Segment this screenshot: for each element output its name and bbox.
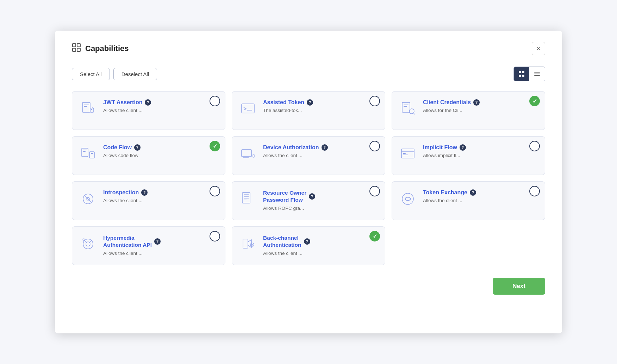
- card-content: Code Flow ? Allows code flow: [103, 144, 217, 158]
- toolbar: Select All Deselect All: [72, 67, 545, 81]
- card-title: Code Flow: [103, 144, 132, 151]
- card-content: Assisted Token ? The assisted-tok...: [263, 99, 377, 113]
- card-title-row: Token Exchange ?: [423, 189, 537, 196]
- view-toggle: [513, 67, 545, 81]
- cards-grid: JWT Assertion ? Allows the client ... As…: [72, 91, 545, 265]
- card-resource-owner[interactable]: Resource OwnerPassword Flow ? Allows ROP…: [232, 181, 385, 220]
- modal-header: Capabilities ×: [72, 42, 545, 55]
- help-icon[interactable]: ?: [322, 144, 328, 151]
- card-content: Client Credentials ? Allows for the Cli.…: [423, 99, 537, 113]
- card-title-row: Code Flow ?: [103, 144, 217, 151]
- card-content: Introspection ? Allows the client ...: [103, 189, 217, 203]
- help-icon[interactable]: ?: [141, 189, 148, 196]
- card-select-circle[interactable]: [369, 96, 380, 106]
- card-title-row: Device Authorization ?: [263, 144, 377, 151]
- card-select-circle[interactable]: ✓: [529, 96, 540, 106]
- help-icon[interactable]: ?: [154, 238, 161, 245]
- card-select-circle[interactable]: ✓: [369, 231, 380, 241]
- card-introspection[interactable]: Introspection ? Allows the client ...: [72, 181, 225, 220]
- card-icon-implicit: [398, 144, 417, 163]
- deselect-all-button[interactable]: Deselect All: [113, 68, 157, 80]
- svg-line-23: [413, 113, 415, 114]
- close-button[interactable]: ×: [532, 42, 545, 55]
- svg-rect-24: [82, 148, 88, 157]
- footer: Next: [72, 278, 545, 295]
- card-select-circle[interactable]: ✓: [210, 141, 220, 151]
- card-description: Allows the client ...: [103, 198, 217, 203]
- card-description: Allows code flow: [103, 153, 217, 158]
- modal-title-row: Capabilities: [72, 43, 129, 54]
- svg-line-38: [85, 196, 91, 202]
- card-title-row: Implicit Flow ?: [423, 144, 537, 151]
- svg-rect-8: [534, 72, 540, 73]
- card-assisted-token[interactable]: Assisted Token ? The assisted-tok...: [232, 91, 385, 130]
- svg-rect-6: [519, 75, 521, 77]
- svg-rect-40: [242, 193, 250, 203]
- svg-rect-25: [89, 152, 94, 158]
- svg-rect-14: [90, 108, 94, 112]
- card-title: Resource OwnerPassword Flow: [263, 189, 306, 203]
- grid-view-button[interactable]: [514, 67, 529, 81]
- card-title-row: Introspection ?: [103, 189, 217, 196]
- help-icon[interactable]: ?: [304, 238, 310, 245]
- svg-point-45: [402, 193, 413, 205]
- card-description: Allows the client ...: [263, 251, 377, 256]
- next-button[interactable]: Next: [493, 278, 545, 295]
- card-select-circle[interactable]: [210, 186, 220, 196]
- svg-rect-19: [402, 102, 410, 112]
- card-token-exchange[interactable]: Token Exchange ? Allows the client ...: [392, 181, 545, 220]
- card-select-circle[interactable]: [369, 141, 380, 151]
- svg-rect-4: [519, 71, 521, 73]
- card-client-credentials[interactable]: Client Credentials ? Allows for the Cli.…: [392, 91, 545, 130]
- card-icon-codeflow: [79, 144, 98, 163]
- svg-rect-7: [522, 75, 524, 77]
- card-icon-jwt: [79, 99, 98, 118]
- help-icon[interactable]: ?: [309, 193, 315, 200]
- help-icon[interactable]: ?: [470, 189, 476, 196]
- card-icon-credentials: [398, 99, 417, 118]
- svg-rect-15: [91, 109, 92, 110]
- help-icon[interactable]: ?: [473, 99, 480, 106]
- card-title-row: Back-channelAuthentication ?: [263, 234, 377, 249]
- check-mark: ✓: [213, 143, 217, 150]
- card-description: Allows the client ...: [103, 108, 217, 113]
- card-select-circle[interactable]: [529, 141, 540, 151]
- card-title: Assisted Token: [263, 99, 304, 106]
- svg-rect-28: [91, 153, 93, 154]
- svg-rect-11: [82, 102, 90, 112]
- card-implicit-flow[interactable]: Implicit Flow ? Allows implicit fl...: [392, 136, 545, 175]
- card-code-flow[interactable]: Code Flow ? Allows code flow ✓: [72, 136, 225, 175]
- card-select-circle[interactable]: [210, 231, 220, 241]
- card-content: Back-channelAuthentication ? Allows the …: [263, 234, 377, 256]
- card-icon-terminal: [238, 99, 257, 118]
- card-title: HypermediaAuthentication API: [103, 234, 152, 249]
- svg-rect-29: [242, 150, 251, 157]
- card-jwt-assertion[interactable]: JWT Assertion ? Allows the client ...: [72, 91, 225, 130]
- select-all-button[interactable]: Select All: [72, 68, 110, 80]
- svg-point-52: [250, 243, 254, 246]
- help-icon[interactable]: ?: [307, 99, 313, 106]
- card-description: Allows the client ...: [263, 153, 377, 158]
- card-icon-hypermedia: [79, 234, 98, 253]
- svg-rect-21: [404, 106, 407, 107]
- capabilities-modal: Capabilities × Select All Deselect All: [55, 31, 562, 333]
- list-view-button[interactable]: [529, 67, 545, 81]
- svg-rect-31: [253, 155, 254, 157]
- card-title-row: Assisted Token ?: [263, 99, 377, 106]
- card-icon-device: [238, 144, 257, 163]
- card-select-circle[interactable]: [369, 186, 380, 196]
- card-select-circle[interactable]: [529, 186, 540, 196]
- card-icon-resource: [238, 189, 257, 208]
- card-select-circle[interactable]: [210, 96, 220, 106]
- card-hypermedia[interactable]: HypermediaAuthentication API ? Allows th…: [72, 226, 225, 265]
- check-mark: ✓: [532, 98, 537, 105]
- card-backchannel[interactable]: Back-channelAuthentication ? Allows the …: [232, 226, 385, 265]
- help-icon[interactable]: ?: [460, 144, 466, 151]
- card-device-authorization[interactable]: Device Authorization ? Allows the client…: [232, 136, 385, 175]
- card-description: The assisted-tok...: [263, 108, 377, 113]
- card-title-row: JWT Assertion ?: [103, 99, 217, 106]
- help-icon[interactable]: ?: [145, 99, 151, 106]
- help-icon[interactable]: ?: [134, 144, 141, 151]
- card-title-row: Resource OwnerPassword Flow ?: [263, 189, 377, 203]
- card-title: Client Credentials: [423, 99, 471, 106]
